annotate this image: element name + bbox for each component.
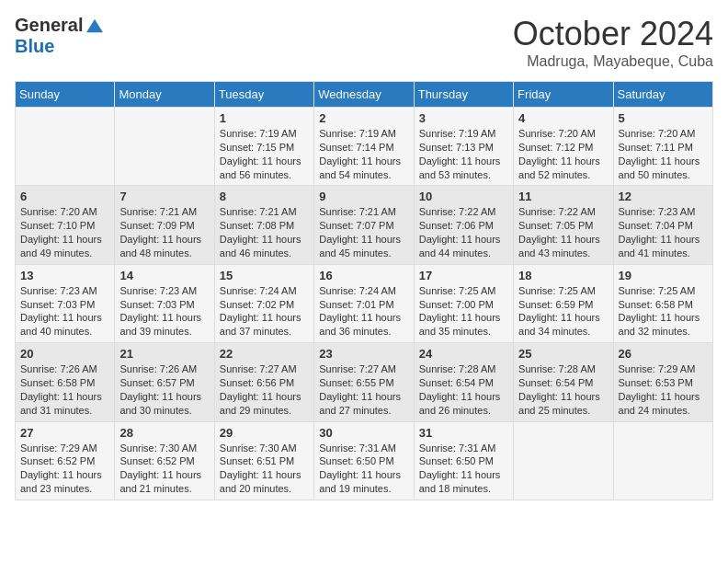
day-header-saturday: Saturday (613, 82, 712, 108)
day-number: 21 (119, 347, 209, 361)
day-number: 29 (220, 426, 309, 440)
day-number: 16 (319, 269, 408, 282)
day-header-monday: Monday (115, 82, 214, 108)
day-info: Sunrise: 7:31 AMSunset: 6:50 PMDaylight:… (319, 442, 408, 496)
day-info: Sunrise: 7:21 AMSunset: 7:09 PMDaylight:… (119, 205, 209, 259)
logo: General Blue (15, 15, 103, 57)
day-number: 30 (319, 426, 408, 440)
location-title: Madruga, Mayabeque, Cuba (513, 53, 713, 70)
calendar-cell: 20Sunrise: 7:26 AMSunset: 6:58 PMDayligh… (16, 343, 115, 421)
calendar-cell: 15Sunrise: 7:24 AMSunset: 7:02 PMDayligh… (214, 264, 313, 342)
calendar-cell: 16Sunrise: 7:24 AMSunset: 7:01 PMDayligh… (314, 264, 414, 342)
page-header: General Blue October 2024 Madruga, Mayab… (15, 15, 713, 70)
calendar-cell: 27Sunrise: 7:29 AMSunset: 6:52 PMDayligh… (16, 421, 115, 500)
calendar-cell: 11Sunrise: 7:22 AMSunset: 7:05 PMDayligh… (514, 186, 613, 264)
day-header-sunday: Sunday (16, 82, 115, 108)
logo-general-text: General (15, 15, 83, 36)
calendar-body: 1Sunrise: 7:19 AMSunset: 7:15 PMDaylight… (16, 108, 713, 500)
week-row-5: 27Sunrise: 7:29 AMSunset: 6:52 PMDayligh… (16, 421, 713, 500)
day-info: Sunrise: 7:29 AMSunset: 6:53 PMDaylight:… (619, 362, 708, 417)
day-number: 24 (419, 347, 508, 361)
day-info: Sunrise: 7:25 AMSunset: 6:58 PMDaylight:… (619, 284, 708, 339)
calendar-cell: 13Sunrise: 7:23 AMSunset: 7:03 PMDayligh… (16, 264, 115, 342)
day-info: Sunrise: 7:29 AMSunset: 6:52 PMDaylight:… (20, 442, 109, 496)
week-row-3: 13Sunrise: 7:23 AMSunset: 7:03 PMDayligh… (16, 264, 713, 342)
day-info: Sunrise: 7:20 AMSunset: 7:12 PMDaylight:… (518, 127, 608, 181)
calendar-cell: 17Sunrise: 7:25 AMSunset: 7:00 PMDayligh… (414, 264, 513, 342)
day-info: Sunrise: 7:20 AMSunset: 7:10 PMDaylight:… (20, 205, 109, 259)
logo-blue-text: Blue (15, 36, 54, 57)
calendar-cell: 21Sunrise: 7:26 AMSunset: 6:57 PMDayligh… (115, 343, 214, 421)
day-number: 20 (20, 347, 109, 361)
day-info: Sunrise: 7:30 AMSunset: 6:52 PMDaylight:… (119, 442, 209, 496)
day-info: Sunrise: 7:23 AMSunset: 7:04 PMDaylight:… (619, 205, 708, 259)
week-row-1: 1Sunrise: 7:19 AMSunset: 7:15 PMDaylight… (16, 108, 713, 186)
week-row-2: 6Sunrise: 7:20 AMSunset: 7:10 PMDaylight… (16, 186, 713, 264)
day-info: Sunrise: 7:26 AMSunset: 6:58 PMDaylight:… (20, 362, 109, 417)
calendar-cell: 9Sunrise: 7:21 AMSunset: 7:07 PMDaylight… (314, 186, 414, 264)
calendar-cell (613, 421, 712, 500)
svg-marker-0 (86, 18, 103, 31)
calendar-header: SundayMondayTuesdayWednesdayThursdayFrid… (16, 82, 713, 108)
day-number: 13 (20, 269, 109, 282)
day-info: Sunrise: 7:21 AMSunset: 7:07 PMDaylight:… (319, 205, 408, 259)
calendar-cell: 2Sunrise: 7:19 AMSunset: 7:14 PMDaylight… (314, 108, 414, 186)
calendar-cell: 31Sunrise: 7:31 AMSunset: 6:50 PMDayligh… (414, 421, 513, 500)
calendar-cell: 30Sunrise: 7:31 AMSunset: 6:50 PMDayligh… (314, 421, 414, 500)
day-info: Sunrise: 7:22 AMSunset: 7:06 PMDaylight:… (419, 205, 508, 259)
day-info: Sunrise: 7:26 AMSunset: 6:57 PMDaylight:… (119, 362, 209, 417)
day-number: 7 (119, 190, 209, 203)
calendar-cell: 28Sunrise: 7:30 AMSunset: 6:52 PMDayligh… (115, 421, 214, 500)
title-section: October 2024 Madruga, Mayabeque, Cuba (513, 15, 713, 70)
day-number: 10 (419, 190, 508, 203)
day-info: Sunrise: 7:23 AMSunset: 7:03 PMDaylight:… (20, 284, 109, 339)
calendar-cell (115, 108, 214, 186)
calendar-cell: 23Sunrise: 7:27 AMSunset: 6:55 PMDayligh… (314, 343, 414, 421)
calendar-cell: 29Sunrise: 7:30 AMSunset: 6:51 PMDayligh… (214, 421, 313, 500)
calendar-cell: 26Sunrise: 7:29 AMSunset: 6:53 PMDayligh… (613, 343, 712, 421)
day-header-tuesday: Tuesday (214, 82, 313, 108)
day-number: 1 (220, 111, 309, 125)
calendar-cell: 12Sunrise: 7:23 AMSunset: 7:04 PMDayligh… (613, 186, 712, 264)
calendar-cell: 18Sunrise: 7:25 AMSunset: 6:59 PMDayligh… (514, 264, 613, 342)
calendar-cell: 8Sunrise: 7:21 AMSunset: 7:08 PMDaylight… (214, 186, 313, 264)
day-info: Sunrise: 7:28 AMSunset: 6:54 PMDaylight:… (518, 362, 608, 417)
calendar-cell: 24Sunrise: 7:28 AMSunset: 6:54 PMDayligh… (414, 343, 513, 421)
calendar-cell: 19Sunrise: 7:25 AMSunset: 6:58 PMDayligh… (613, 264, 712, 342)
day-info: Sunrise: 7:22 AMSunset: 7:05 PMDaylight:… (518, 205, 608, 259)
day-info: Sunrise: 7:24 AMSunset: 7:02 PMDaylight:… (220, 284, 309, 339)
calendar-cell: 25Sunrise: 7:28 AMSunset: 6:54 PMDayligh… (514, 343, 613, 421)
day-number: 14 (119, 269, 209, 282)
day-info: Sunrise: 7:30 AMSunset: 6:51 PMDaylight:… (220, 442, 309, 496)
day-info: Sunrise: 7:28 AMSunset: 6:54 PMDaylight:… (419, 362, 508, 417)
calendar-table: SundayMondayTuesdayWednesdayThursdayFrid… (15, 81, 713, 500)
day-number: 31 (419, 426, 508, 440)
day-number: 2 (319, 111, 408, 125)
day-number: 3 (419, 111, 508, 125)
day-number: 27 (20, 426, 109, 440)
day-info: Sunrise: 7:27 AMSunset: 6:56 PMDaylight:… (220, 362, 309, 417)
day-info: Sunrise: 7:27 AMSunset: 6:55 PMDaylight:… (319, 362, 408, 417)
day-number: 6 (20, 190, 109, 203)
day-info: Sunrise: 7:31 AMSunset: 6:50 PMDaylight:… (419, 442, 508, 496)
calendar-cell: 10Sunrise: 7:22 AMSunset: 7:06 PMDayligh… (414, 186, 513, 264)
calendar-cell (514, 421, 613, 500)
day-number: 23 (319, 347, 408, 361)
day-info: Sunrise: 7:20 AMSunset: 7:11 PMDaylight:… (619, 127, 708, 181)
day-info: Sunrise: 7:24 AMSunset: 7:01 PMDaylight:… (319, 284, 408, 339)
day-info: Sunrise: 7:19 AMSunset: 7:15 PMDaylight:… (220, 127, 309, 181)
calendar-cell: 7Sunrise: 7:21 AMSunset: 7:09 PMDaylight… (115, 186, 214, 264)
day-header-friday: Friday (514, 82, 613, 108)
day-number: 5 (619, 111, 708, 125)
day-number: 19 (619, 269, 708, 282)
day-number: 25 (518, 347, 608, 361)
day-number: 15 (220, 269, 309, 282)
day-number: 26 (619, 347, 708, 361)
day-header-thursday: Thursday (414, 82, 513, 108)
week-row-4: 20Sunrise: 7:26 AMSunset: 6:58 PMDayligh… (16, 343, 713, 421)
calendar-cell: 14Sunrise: 7:23 AMSunset: 7:03 PMDayligh… (115, 264, 214, 342)
day-number: 12 (619, 190, 708, 203)
month-title: October 2024 (513, 15, 713, 53)
day-info: Sunrise: 7:25 AMSunset: 6:59 PMDaylight:… (518, 284, 608, 339)
day-number: 17 (419, 269, 508, 282)
